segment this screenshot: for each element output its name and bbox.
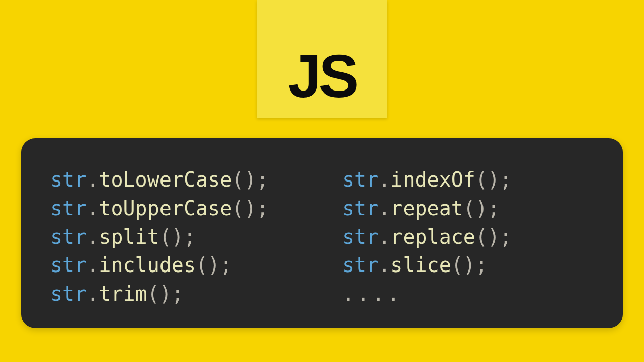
js-logo: JS: [257, 0, 387, 118]
token-dot: .: [378, 225, 390, 248]
token-parens: (): [159, 225, 184, 248]
token-parens: (): [475, 168, 500, 191]
token-parens: (): [475, 225, 500, 248]
token-object: str: [50, 225, 87, 248]
token-semicolon: ;: [475, 253, 488, 277]
token-parens: (): [196, 253, 220, 277]
token-object: str: [342, 168, 378, 191]
token-parens: (): [232, 197, 256, 220]
token-method: split: [99, 225, 159, 248]
code-line: str.slice();: [342, 251, 594, 280]
token-object: str: [50, 168, 87, 191]
token-parens: (): [232, 168, 256, 191]
token-dot: .: [87, 253, 99, 277]
token-dot: .: [378, 168, 390, 191]
token-semicolon: ;: [500, 225, 512, 248]
token-semicolon: ;: [500, 168, 512, 191]
token-parens: (): [451, 253, 475, 277]
code-line: str.repeat();: [342, 194, 594, 223]
token-parens: (): [463, 197, 488, 220]
token-semicolon: ;: [488, 197, 500, 220]
token-object: str: [342, 225, 378, 248]
token-object: str: [342, 253, 378, 277]
token-ellipsis: ....: [342, 282, 403, 305]
code-column-right: str.indexOf(); str.repeat(); str.replace…: [342, 165, 594, 308]
token-object: str: [50, 197, 87, 220]
code-line: str.toUpperCase();: [50, 194, 302, 223]
token-method: repeat: [390, 197, 463, 220]
token-method: toLowerCase: [99, 168, 232, 191]
code-line: str.indexOf();: [342, 165, 594, 194]
token-object: str: [50, 282, 87, 305]
token-object: str: [50, 253, 87, 277]
token-dot: .: [87, 225, 99, 248]
token-dot: .: [87, 168, 99, 191]
code-line: str.split();: [50, 223, 302, 251]
token-method: slice: [390, 253, 451, 277]
token-method: trim: [99, 282, 147, 305]
token-parens: (): [147, 282, 172, 305]
token-method: indexOf: [390, 168, 475, 191]
code-line: str.includes();: [50, 251, 302, 280]
js-logo-text: JS: [288, 46, 356, 106]
code-line-ellipsis: ....: [342, 280, 594, 308]
token-method: includes: [99, 253, 196, 277]
code-line: str.trim();: [50, 280, 302, 308]
token-method: replace: [390, 225, 475, 248]
token-semicolon: ;: [184, 225, 196, 248]
token-dot: .: [87, 282, 99, 305]
token-dot: .: [87, 197, 99, 220]
code-line: str.replace();: [342, 223, 594, 251]
token-object: str: [342, 197, 378, 220]
code-column-left: str.toLowerCase(); str.toUpperCase(); st…: [50, 165, 302, 308]
code-box: str.toLowerCase(); str.toUpperCase(); st…: [21, 138, 623, 328]
token-semicolon: ;: [172, 282, 184, 305]
token-dot: .: [378, 253, 390, 277]
code-line: str.toLowerCase();: [50, 165, 302, 194]
token-method: toUpperCase: [99, 197, 232, 220]
token-semicolon: ;: [220, 253, 232, 277]
token-dot: .: [378, 197, 390, 220]
token-semicolon: ;: [256, 197, 268, 220]
token-semicolon: ;: [256, 168, 268, 191]
